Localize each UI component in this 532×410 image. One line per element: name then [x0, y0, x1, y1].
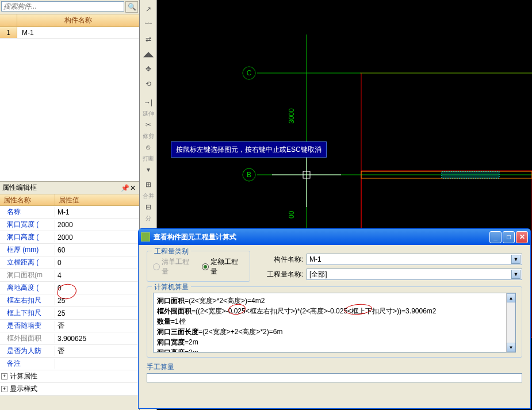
property-row[interactable]: 框上下扣尺25	[0, 307, 139, 320]
row-number: 1	[0, 27, 17, 38]
property-row[interactable]: 备注	[0, 358, 139, 370]
component-header-label: 构件名称	[17, 16, 139, 25]
property-value[interactable]: 2000	[55, 221, 139, 229]
property-row[interactable]: 立樘距离 (0	[0, 256, 139, 269]
property-value[interactable]: 2000	[55, 233, 139, 242]
calculation-dialog: 查看构件图元工程量计算式 _ □ ✕ 工程量类别 清单工程量 定额工程量 构件名…	[138, 228, 531, 409]
dialog-body: 工程量类别 清单工程量 定额工程量 构件名称: M-1 ▼	[139, 245, 530, 388]
rotate-icon[interactable]: ⟲	[141, 77, 155, 91]
property-row[interactable]: 名称M-1	[0, 206, 139, 219]
tool-label: 修剪	[140, 133, 156, 139]
grid-label-b: B	[247, 171, 251, 179]
expand-icon[interactable]: +	[1, 386, 7, 392]
property-panel-title: 属性编辑框 📌 ✕	[0, 181, 139, 194]
property-value[interactable]: 否	[55, 346, 139, 356]
maximize-button[interactable]: □	[503, 231, 515, 243]
qty-name-combo[interactable]: [全部] ▼	[307, 269, 522, 280]
property-value[interactable]: 3.900625	[55, 335, 139, 343]
manual-calc-box[interactable]	[147, 373, 522, 382]
extend-icon[interactable]: →|	[141, 95, 155, 109]
scroll-up-icon[interactable]: ▲	[507, 293, 515, 302]
combo-group: 构件名称: M-1 ▼ 工程量名称: [全部] ▼	[265, 254, 522, 283]
property-row[interactable]: 框外围面积3.900625	[0, 332, 139, 345]
qty-type-legend: 工程量类别	[152, 247, 191, 256]
search-box: 🔍	[0, 0, 139, 14]
property-row[interactable]: 离地高度 (0	[0, 282, 139, 294]
tool-icon[interactable]: 〰	[141, 17, 155, 31]
property-name: 离地高度 (	[0, 283, 55, 293]
calc-textbox[interactable]: 洞口面积=(2<宽度>*2<高度>)=4m2框外围面积=((2<宽度>-0.02…	[153, 293, 516, 352]
property-value[interactable]: 4	[55, 271, 139, 279]
search-input[interactable]	[1, 1, 124, 12]
split-icon[interactable]: ⊟	[141, 200, 155, 214]
prop-header-value: 属性值	[55, 194, 83, 205]
property-value[interactable]: 0	[55, 259, 139, 267]
app-icon	[141, 232, 150, 242]
property-name: 是否为人防	[0, 346, 55, 356]
calc-line: 洞口高度=2m	[157, 347, 512, 352]
radio-quota[interactable]: 定额工程量	[202, 257, 244, 277]
canvas-hint: 按鼠标左键选择图元，按右键中止或ESC键取消	[171, 141, 327, 158]
property-row[interactable]: 洞口宽度 (2000	[0, 219, 139, 231]
dialog-title: 查看构件图元工程量计算式	[154, 232, 488, 242]
dimension-value: 3000	[288, 108, 296, 124]
chevron-down-icon[interactable]: ▼	[511, 270, 520, 279]
property-row[interactable]: 洞口面积(m4	[0, 269, 139, 282]
chevron-down-icon[interactable]: ▼	[511, 255, 520, 264]
qty-name-label: 工程量名称:	[265, 270, 303, 279]
scroll-down-icon[interactable]: ▼	[507, 343, 515, 352]
property-header: 属性名称 属性值	[0, 194, 139, 206]
component-name-combo[interactable]: M-1 ▼	[307, 254, 522, 265]
property-value[interactable]: 25	[55, 297, 139, 305]
pin-icon[interactable]: 📌	[121, 184, 129, 192]
mirror-icon[interactable]: ◢◣	[141, 47, 155, 61]
component-list: 构件名称 1 M-1	[0, 14, 139, 181]
close-button[interactable]: ✕	[516, 231, 528, 243]
computer-calc-legend: 计算机算量	[152, 282, 191, 292]
calc-line: 洞口面积=(2<宽度>*2<高度>)=4m2	[157, 296, 512, 306]
calc-line: 洞口宽度=2m	[157, 337, 512, 347]
component-row[interactable]: 1 M-1	[0, 27, 139, 39]
property-row[interactable]: 框厚 (mm)60	[0, 244, 139, 256]
tree-row-display[interactable]: + 显示样式	[0, 383, 139, 396]
calc-line: 框外围面积=((2<宽度>-0.025<框左右扣尺寸>)*(2<高度>-0.02…	[157, 306, 512, 316]
close-icon[interactable]: ✕	[129, 184, 137, 192]
property-row[interactable]: 是否随墙变否	[0, 320, 139, 332]
break-icon[interactable]: ⎋	[141, 140, 155, 154]
property-row[interactable]: 框左右扣尺25	[0, 294, 139, 307]
property-name: 框厚 (mm)	[0, 245, 55, 255]
search-button[interactable]: 🔍	[125, 1, 138, 13]
property-name: 框上下扣尺	[0, 308, 55, 318]
property-row[interactable]: 是否为人防否	[0, 345, 139, 358]
tool-icon[interactable]: ⇄	[141, 32, 155, 46]
dialog-titlebar[interactable]: 查看构件图元工程量计算式 _ □ ✕	[139, 229, 530, 245]
tool-label: 合并	[140, 193, 156, 199]
property-row[interactable]: 洞口高度 (2000	[0, 231, 139, 244]
svg-rect-12	[442, 171, 499, 178]
property-value[interactable]: 0	[55, 284, 139, 292]
property-value[interactable]: 25	[55, 309, 139, 317]
component-name-label: 构件名称:	[265, 255, 303, 265]
merge-icon[interactable]: ⊞	[141, 178, 155, 191]
computer-calc-group: 计算机算量 洞口面积=(2<宽度>*2<高度>)=4m2框外围面积=((2<宽度…	[147, 286, 522, 358]
property-name: 洞口高度 (	[0, 232, 55, 242]
trim-icon[interactable]: ✂	[141, 118, 155, 132]
property-value[interactable]: 否	[55, 321, 139, 331]
expand-icon[interactable]: +	[1, 373, 7, 380]
property-table: 属性名称 属性值 名称M-1洞口宽度 (2000洞口高度 (2000框厚 (mm…	[0, 194, 139, 396]
chevron-down-icon[interactable]: ▾	[141, 163, 155, 177]
move-icon[interactable]: ✥	[141, 62, 155, 76]
minimize-button[interactable]: _	[489, 231, 502, 243]
property-name: 洞口宽度 (	[0, 220, 55, 229]
search-icon: 🔍	[128, 3, 136, 11]
property-value[interactable]: 60	[55, 246, 139, 254]
property-name: 备注	[0, 359, 55, 369]
prop-header-name: 属性名称	[0, 194, 55, 205]
property-name: 框左右扣尺	[0, 296, 55, 305]
property-value[interactable]: M-1	[55, 208, 139, 216]
tool-label: 延伸	[140, 110, 156, 117]
tree-row-calc[interactable]: + 计算属性	[0, 370, 139, 383]
qty-type-group: 工程量类别 清单工程量 定额工程量	[147, 251, 250, 282]
tool-icon[interactable]: ↗	[141, 2, 155, 16]
scrollbar[interactable]: ▲ ▼	[506, 293, 515, 352]
